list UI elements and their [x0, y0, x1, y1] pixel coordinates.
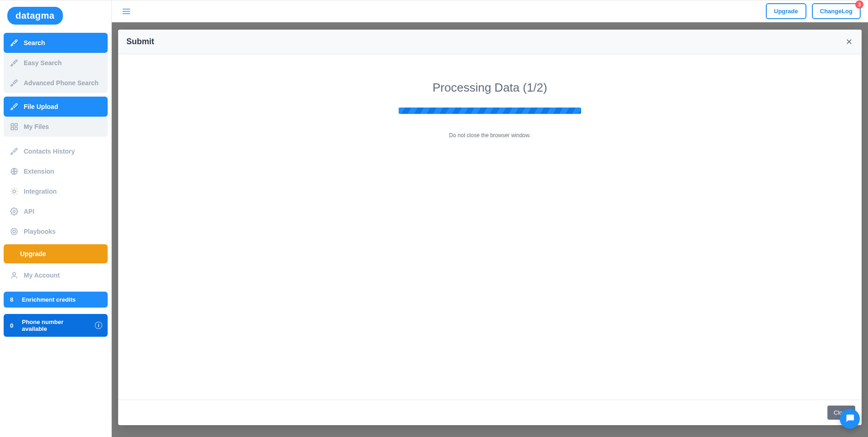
- topbar: Upgrade ChangeLog 3: [112, 0, 868, 22]
- nav-label: Easy Search: [24, 59, 62, 67]
- nav-my-account[interactable]: My Account: [4, 265, 108, 285]
- nav-file-upload[interactable]: File Upload: [4, 97, 108, 117]
- rocket-icon: [10, 103, 18, 111]
- svg-point-7: [11, 228, 17, 235]
- main: Upgrade ChangeLog 3 Submit ✕ Processing …: [112, 0, 868, 437]
- submit-modal: Submit ✕ Processing Data (1/2) Do not cl…: [118, 30, 862, 425]
- intercom-launcher[interactable]: [840, 409, 860, 429]
- svg-point-6: [13, 211, 16, 213]
- progress-fill: [399, 108, 581, 114]
- nav-label: API: [24, 208, 34, 215]
- rocket-icon: [10, 59, 18, 67]
- hamburger-icon[interactable]: [122, 7, 131, 16]
- enrichment-label: Enrichment credits: [22, 296, 76, 303]
- nav-label: Playbooks: [24, 228, 56, 235]
- svg-point-5: [13, 190, 16, 193]
- nav-label: Integration: [24, 188, 57, 195]
- nav-label: My Account: [24, 272, 60, 279]
- svg-point-9: [13, 272, 16, 275]
- modal-backdrop: Submit ✕ Processing Data (1/2) Do not cl…: [112, 22, 868, 437]
- modal-close-button[interactable]: ✕: [844, 37, 853, 46]
- target-icon: [10, 227, 18, 236]
- svg-rect-0: [11, 123, 13, 126]
- svg-point-8: [13, 230, 16, 233]
- progress-bar: [399, 108, 581, 114]
- nav-label: Search: [24, 39, 45, 46]
- nav-label: File Upload: [24, 103, 58, 110]
- upgrade-button[interactable]: Upgrade: [766, 3, 806, 19]
- modal-title: Submit: [126, 37, 154, 46]
- chat-icon: [845, 413, 855, 425]
- changelog-badge: 3: [855, 0, 863, 9]
- svg-rect-1: [15, 123, 17, 126]
- phone-credits-chip[interactable]: 0 Phone number available i: [4, 314, 108, 337]
- brand-logo[interactable]: datagma: [7, 7, 63, 25]
- grid-icon: [10, 123, 18, 131]
- nav-extension[interactable]: Extension: [4, 161, 108, 181]
- nav-my-files[interactable]: My Files: [4, 117, 108, 137]
- rocket-icon: [10, 39, 18, 47]
- phone-count: 0: [10, 322, 16, 329]
- processing-note: Do not close the browser window.: [449, 132, 531, 139]
- svg-rect-2: [11, 128, 13, 130]
- processing-title: Processing Data (1/2): [432, 81, 547, 95]
- enrichment-credits-chip[interactable]: 8 Enrichment credits: [4, 292, 108, 308]
- nav-advanced-phone-search[interactable]: Advanced Phone Search: [4, 73, 108, 93]
- changelog-label: ChangeLog: [820, 8, 853, 15]
- nav-label: Extension: [24, 168, 54, 175]
- modal-body: Processing Data (1/2) Do not close the b…: [118, 54, 862, 400]
- nav-label: Upgrade: [20, 250, 46, 257]
- phone-label: Phone number available: [22, 319, 88, 332]
- nav-label: Advanced Phone Search: [24, 79, 99, 87]
- enrichment-count: 8: [10, 296, 16, 303]
- modal-footer: Close: [118, 400, 862, 425]
- gear-icon: [10, 207, 18, 216]
- info-icon: i: [95, 322, 102, 329]
- nav-playbooks[interactable]: Playbooks: [4, 221, 108, 242]
- rocket-icon: [10, 147, 18, 155]
- changelog-button[interactable]: ChangeLog 3: [812, 3, 861, 19]
- nav-label: Contacts History: [24, 148, 75, 155]
- rocket-icon: [10, 79, 18, 87]
- svg-rect-3: [15, 128, 17, 130]
- nav-upgrade[interactable]: Upgrade: [4, 244, 108, 263]
- sidebar: datagma Search Easy Search: [0, 0, 112, 437]
- nav-search[interactable]: Search: [4, 33, 108, 53]
- nav-label: My Files: [24, 123, 49, 130]
- nav-contacts-history[interactable]: Contacts History: [4, 141, 108, 161]
- nav-easy-search[interactable]: Easy Search: [4, 53, 108, 73]
- globe-icon: [10, 167, 18, 175]
- nav-integration[interactable]: Integration: [4, 181, 108, 201]
- user-icon: [10, 271, 18, 279]
- close-icon: ✕: [846, 37, 852, 47]
- modal-header: Submit ✕: [118, 30, 862, 54]
- nav-api[interactable]: API: [4, 201, 108, 221]
- sun-icon: [10, 187, 18, 195]
